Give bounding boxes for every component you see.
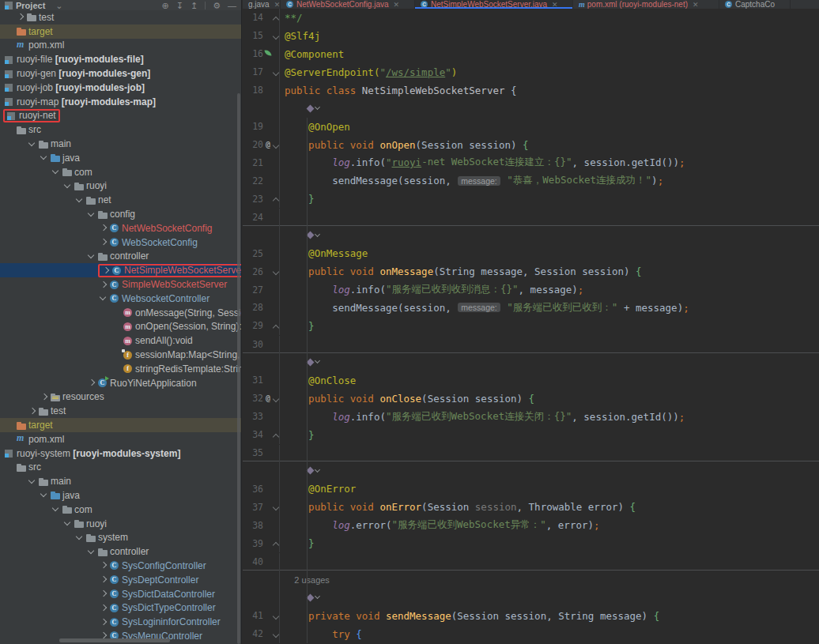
code-line-22[interactable]: 22 sendMessage(session, message: "恭喜，Web… [243, 171, 819, 190]
tree-item-websocketconfig[interactable]: CWebSocketConfig [0, 235, 241, 250]
code-line-38[interactable]: 38 log.error("服务端已收到WebSocket异常：", error… [243, 516, 819, 534]
tree-horizontal-scrollbar[interactable] [59, 638, 170, 642]
chevron-collapsed-icon[interactable] [98, 603, 108, 613]
line-number[interactable]: 17 [243, 66, 263, 77]
tree-item-sysconfigcontroller[interactable]: CSysConfigController [0, 559, 241, 573]
tree-item-sendall-void[interactable]: msendAll():void [0, 333, 241, 348]
code-line-27[interactable]: 27 log.info("服务端已收到收到消息：{}", message); [243, 281, 819, 299]
chevron-expanded-icon[interactable] [86, 209, 96, 220]
code-line-37[interactable]: 37 public void onError(Session session, … [243, 498, 819, 516]
line-number[interactable]: 21 [243, 157, 263, 168]
tree-item-ruoyi-job[interactable]: ruoyi-job [ruoyi-modules-job] [0, 81, 241, 95]
fold-marker-icon[interactable] [273, 9, 280, 27]
tree-item-sysdeptcontroller[interactable]: CSysDeptController [0, 573, 241, 587]
line-number[interactable]: 23 [243, 194, 263, 205]
code-line-41[interactable]: 41 private void sendMessage(Session sess… [243, 607, 819, 625]
tree-item-pom-xml[interactable]: mpom.xml [0, 432, 241, 446]
chevron-expanded-icon[interactable] [62, 181, 73, 191]
chevron-expanded-icon[interactable] [98, 293, 108, 303]
fold-marker-icon[interactable] [273, 607, 280, 625]
tree-item-controller[interactable]: controller [0, 250, 241, 264]
tree-item-sessionmap-map-string-sess[interactable]: fsessionMap:Map<String, Sess [0, 348, 241, 362]
chevron-collapsed-icon[interactable] [39, 392, 49, 402]
line-number[interactable]: 32 [243, 393, 263, 404]
chevron-expanded-icon[interactable] [51, 167, 61, 177]
tree-item-config[interactable]: config [0, 207, 241, 221]
line-number[interactable]: 15 [243, 30, 263, 41]
tree-item-ruoyi[interactable]: ruoyi [0, 517, 241, 531]
line-number[interactable]: 28 [243, 302, 263, 313]
tree-item-ruoyi[interactable]: ruoyi [0, 179, 241, 194]
chevron-collapsed-icon[interactable] [100, 266, 111, 276]
close-icon[interactable]: ✕ [274, 1, 281, 9]
locate-icon[interactable]: ⊕ [161, 2, 168, 9]
editor-tab-pom-xml-ruoyi-modules-net-[interactable]: mpom.xml (ruoyi-modules-net)✕ [573, 0, 719, 9]
line-number[interactable]: 41 [243, 610, 263, 621]
tree-item-stringredistemplate-stringr[interactable]: fstringRedisTemplate:StringR [0, 362, 241, 376]
close-icon[interactable]: ✕ [693, 1, 699, 9]
related-annotations-inlay-icon[interactable] [307, 106, 319, 111]
line-number[interactable]: 39 [243, 538, 263, 549]
line-number[interactable]: 14 [243, 12, 263, 23]
chevron-collapsed-icon[interactable] [98, 237, 108, 247]
tree-item-resources[interactable]: resources [0, 390, 241, 405]
tree-item-com[interactable]: com [0, 503, 241, 517]
hide-icon[interactable]: — [228, 2, 236, 9]
tree-item-src[interactable]: src [0, 461, 241, 475]
chevron-expanded-icon[interactable] [39, 490, 49, 500]
tree-item-target[interactable]: target [0, 418, 241, 432]
code-line-19[interactable]: 19 @OnOpen [243, 118, 819, 136]
fold-marker-icon[interactable] [273, 262, 280, 281]
chevron-collapsed-icon[interactable] [98, 280, 108, 290]
tree-item-system[interactable]: system [0, 530, 241, 544]
line-number[interactable]: 36 [243, 484, 263, 495]
close-icon[interactable]: ✕ [394, 1, 400, 9]
line-number[interactable]: 20 [243, 139, 263, 150]
chevron-expanded-icon[interactable] [27, 476, 37, 487]
editor-tab-netsimplewebsocketserver-java[interactable]: CNetSimpleWebSocketServer.java✕ [415, 0, 573, 9]
tree-item-ruoyi-net[interactable]: ruoyi-net [0, 109, 241, 123]
chevron-expanded-icon[interactable] [39, 153, 49, 163]
tree-item-onmessage-string-session-[interactable]: monMessage(String, Session, [0, 306, 241, 320]
line-number[interactable]: 37 [243, 502, 263, 513]
close-icon[interactable]: ✕ [552, 1, 558, 9]
code-line-29[interactable]: 29 } [243, 317, 819, 335]
chevron-collapsed-icon[interactable] [15, 12, 25, 22]
code-line-16[interactable]: 16@Component [243, 45, 819, 63]
chevron-expanded-icon[interactable] [86, 251, 96, 262]
chevron-collapsed-icon[interactable] [98, 589, 108, 599]
chevron-collapsed-icon[interactable] [27, 406, 37, 416]
fold-marker-icon[interactable] [273, 625, 280, 643]
tree-item-onopen-session-string-void[interactable]: monOpen(Session, String):void [0, 320, 241, 334]
fold-marker-icon[interactable] [273, 426, 280, 444]
chevron-collapsed-icon[interactable] [98, 617, 108, 627]
chevron-collapsed-icon[interactable] [98, 223, 108, 233]
fold-marker-icon[interactable] [273, 27, 280, 45]
editor-tab-netwebsocketconfig-java[interactable]: CNetWebSocketConfig.java✕ [281, 0, 415, 9]
line-number[interactable]: 16 [243, 48, 263, 59]
tree-item-sysdictdatacontroller[interactable]: CSysDictDataController [0, 587, 241, 601]
line-number[interactable]: 42 [243, 628, 263, 639]
chevron-expanded-icon[interactable] [27, 139, 37, 149]
tree-item-netsimplewebsocketserver[interactable]: CNetSimpleWebSocketServer [0, 263, 241, 277]
code-line-28[interactable]: 28 sendMessage(session, message: "服务端已收到… [243, 299, 819, 317]
code-line-14[interactable]: 14**/ [243, 9, 819, 27]
collapse-all-icon[interactable]: ↥ [191, 2, 198, 9]
line-number[interactable]: 19 [243, 121, 263, 132]
tree-item-test[interactable]: test [0, 10, 241, 24]
editor-tab-captchaco[interactable]: CCaptchaCo [719, 0, 791, 9]
code-line-33[interactable]: 33 log.info("服务端已收到WebSocket连接关闭：{}", se… [243, 408, 819, 426]
tree-vertical-scrollbar[interactable] [237, 93, 240, 644]
fold-marker-icon[interactable] [273, 136, 280, 154]
code-line-20[interactable]: 20@ public void onOpen(Session session) … [243, 136, 819, 154]
code-line-23[interactable]: 23 } [243, 190, 819, 208]
fold-marker-icon[interactable] [273, 498, 280, 516]
editor-tab-g-java[interactable]: g.java✕ [243, 0, 281, 9]
chevron-expanded-icon[interactable] [74, 195, 85, 205]
line-number[interactable]: 22 [243, 175, 263, 186]
code-line-26[interactable]: 26 public void onMessage(String message,… [243, 262, 819, 281]
tree-item-pom-xml[interactable]: mpom.xml [0, 39, 241, 53]
chevron-expanded-icon[interactable] [74, 533, 85, 543]
line-number[interactable]: 26 [243, 266, 263, 277]
code-line-25[interactable]: 25 @OnMessage [243, 244, 819, 262]
